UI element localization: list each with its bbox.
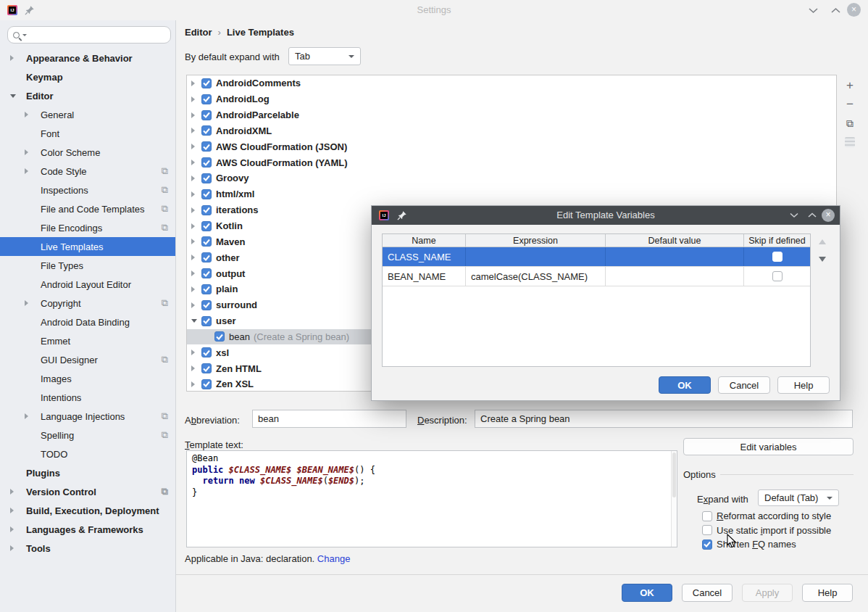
checkbox-checked[interactable]	[201, 236, 212, 247]
skip-checkbox[interactable]	[772, 271, 783, 281]
dialog-ok-button[interactable]: OK	[659, 376, 711, 394]
checkbox-checked[interactable]	[201, 157, 212, 168]
chevron-right-icon[interactable]	[191, 270, 201, 276]
sidebar-item-live-templates[interactable]: Live Templates	[0, 237, 175, 256]
minimize-icon[interactable]	[789, 212, 799, 218]
sidebar-item-appearance-behavior[interactable]: Appearance & Behavior	[0, 49, 175, 67]
sidebar-item-android-data-binding[interactable]: Android Data Binding	[0, 313, 175, 331]
checkbox-checked[interactable]	[201, 363, 212, 373]
checkbox-checked[interactable]	[201, 347, 212, 357]
footer-cancel-button[interactable]: Cancel	[682, 584, 733, 602]
chevron-right-icon[interactable]	[191, 96, 201, 102]
sidebar-item-file-types[interactable]: File Types	[0, 256, 175, 275]
checkbox-checked[interactable]	[201, 125, 212, 136]
sidebar-item-copyright[interactable]: Copyright⧉	[0, 294, 175, 313]
chevron-right-icon[interactable]	[191, 112, 201, 118]
chevron-right-icon[interactable]	[191, 239, 201, 244]
template-text-scrollbar[interactable]	[671, 451, 677, 547]
checkbox-checked[interactable]	[201, 316, 212, 326]
variable-row-class-name[interactable]: CLASS_NAME	[383, 247, 810, 267]
template-group-androidlog[interactable]: AndroidLog	[187, 91, 836, 107]
template-group-androidcomments[interactable]: AndroidComments	[187, 75, 836, 91]
sidebar-item-tools[interactable]: Tools	[0, 539, 175, 558]
sidebar-item-plugins[interactable]: Plugins	[0, 463, 175, 482]
chevron-right-icon[interactable]	[191, 286, 201, 292]
search-input[interactable]	[28, 29, 165, 41]
scroll-up-icon[interactable]	[819, 239, 826, 244]
sidebar-item-inspections[interactable]: Inspections⧉	[0, 181, 175, 199]
checkbox-checked[interactable]	[201, 379, 212, 389]
sidebar-item-code-style[interactable]: Code Style⧉	[0, 162, 175, 181]
sidebar-item-languages-frameworks[interactable]: Languages & Frameworks	[0, 520, 175, 539]
sidebar-item-language-injections[interactable]: Language Injections⧉	[0, 407, 175, 426]
sidebar-item-version-control[interactable]: Version Control⧉	[0, 482, 175, 501]
chevron-right-icon[interactable]	[191, 302, 201, 308]
chevron-down-icon[interactable]	[191, 319, 201, 323]
checkbox-checked[interactable]	[214, 331, 225, 342]
chevron-right-icon[interactable]	[191, 365, 201, 371]
edit-variables-button[interactable]: Edit variables	[683, 438, 854, 455]
sidebar-item-file-encodings[interactable]: File Encodings⧉	[0, 218, 175, 237]
checkbox-checked[interactable]	[201, 268, 212, 278]
expand-with-select[interactable]: Default (Tab)	[758, 489, 839, 506]
checkbox-checked[interactable]	[201, 189, 212, 199]
sidebar-item-keymap[interactable]: Keymap	[0, 67, 175, 86]
sidebar-item-intentions[interactable]: Intentions	[0, 388, 175, 407]
template-group-aws-cloudformation-json[interactable]: AWS CloudFormation (JSON)	[187, 138, 836, 154]
template-group-groovy[interactable]: Groovy	[187, 170, 836, 186]
description-input[interactable]	[475, 410, 853, 428]
checkbox-checked[interactable]	[201, 252, 212, 262]
sidebar-item-android-layout-editor[interactable]: Android Layout Editor	[0, 275, 175, 294]
template-group-aws-cloudformation-yaml[interactable]: AWS CloudFormation (YAML)	[187, 154, 836, 170]
chevron-right-icon[interactable]	[191, 223, 201, 229]
duplicate-icon[interactable]: ⧉	[842, 114, 858, 133]
sidebar-item-font[interactable]: Font	[0, 124, 175, 143]
checkbox-checked[interactable]	[201, 300, 212, 310]
chevron-right-icon[interactable]	[191, 175, 201, 181]
checkbox-checked[interactable]	[201, 110, 212, 120]
sidebar-item-spelling[interactable]: Spelling⧉	[0, 426, 175, 444]
template-group-androidparcelable[interactable]: AndroidParcelable	[187, 107, 836, 123]
chevron-right-icon[interactable]	[191, 160, 201, 165]
sidebar-item-color-scheme[interactable]: Color Scheme	[0, 143, 175, 162]
variable-row-bean-name[interactable]: BEAN_NAMEcamelCase(CLASS_NAME)	[383, 267, 810, 286]
chevron-right-icon[interactable]	[191, 207, 201, 213]
close-icon[interactable]: ×	[822, 209, 835, 222]
checkbox-checked[interactable]	[201, 141, 212, 152]
chevron-right-icon[interactable]	[191, 144, 201, 149]
sidebar-item-general[interactable]: General	[0, 105, 175, 124]
footer-help-button[interactable]: Help	[802, 584, 853, 602]
option-reformat-according-to-style[interactable]: Reformat according to style	[702, 509, 831, 524]
checkbox-unchecked[interactable]	[702, 525, 712, 535]
remove-icon[interactable]: −	[842, 95, 858, 114]
maximize-icon[interactable]	[830, 7, 841, 14]
option-use-static-import-if-possible[interactable]: Use static import if possible	[702, 524, 831, 538]
dialog-help-button[interactable]: Help	[777, 376, 830, 394]
template-group-androidxml[interactable]: AndroidXML	[187, 123, 836, 139]
sidebar-item-file-and-code-templates[interactable]: File and Code Templates⧉	[0, 199, 175, 218]
template-text-editor[interactable]: @Beanpublic $CLASS_NAME$ $BEAN_NAME$() {…	[186, 450, 677, 547]
chevron-right-icon[interactable]	[191, 255, 201, 260]
abbreviation-input[interactable]	[252, 410, 406, 428]
checkbox-checked[interactable]	[201, 284, 212, 294]
chevron-right-icon[interactable]	[191, 191, 201, 197]
option-shorten-fq-names[interactable]: Shorten FQ names	[702, 537, 831, 552]
footer-ok-button[interactable]: OK	[622, 584, 672, 602]
checkbox-checked[interactable]	[702, 539, 712, 550]
search-box[interactable]	[7, 26, 171, 44]
maximize-icon[interactable]	[807, 212, 817, 218]
search-filter-caret-icon[interactable]	[22, 34, 27, 36]
sidebar-item-editor[interactable]: Editor	[0, 86, 175, 105]
checkbox-checked[interactable]	[201, 94, 212, 104]
checkbox-checked[interactable]	[201, 78, 212, 88]
sidebar-item-build-execution-deployment[interactable]: Build, Execution, Deployment	[0, 501, 175, 520]
skip-checkbox[interactable]	[772, 252, 783, 262]
minimize-icon[interactable]	[808, 7, 819, 14]
chevron-right-icon[interactable]	[191, 381, 201, 387]
close-icon[interactable]: ×	[847, 3, 861, 17]
breadcrumb-item-editor[interactable]: Editor	[185, 27, 212, 38]
checkbox-unchecked[interactable]	[702, 511, 712, 521]
sidebar-item-emmet[interactable]: Emmet	[0, 331, 175, 350]
sidebar-item-todo[interactable]: TODO	[0, 444, 175, 463]
scroll-down-icon[interactable]	[819, 257, 826, 262]
